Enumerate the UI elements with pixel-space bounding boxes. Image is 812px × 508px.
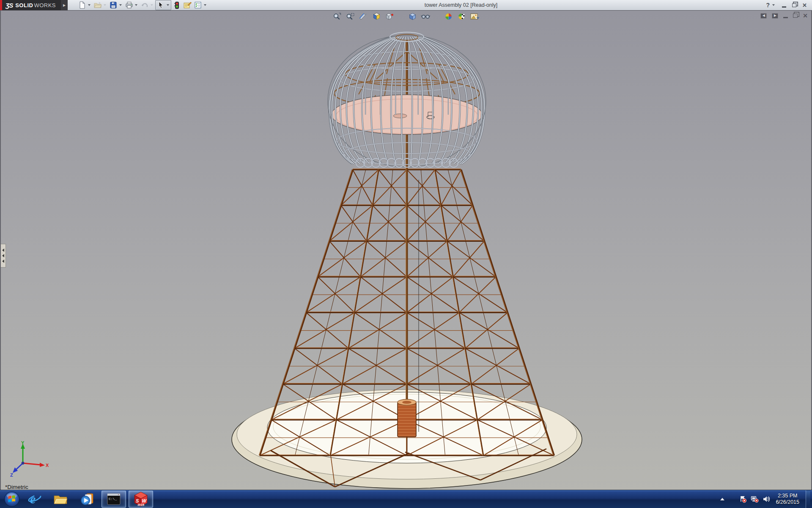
- logo-solid: SOLID: [15, 2, 33, 8]
- file-properties-button[interactable]: [182, 0, 192, 10]
- edit-appearance-button[interactable]: [444, 11, 454, 22]
- close-button[interactable]: ✕: [802, 2, 807, 8]
- menu-expand-arrow[interactable]: ▶: [61, 0, 68, 10]
- logo-works: WORKS: [34, 2, 56, 8]
- save-button[interactable]: [108, 0, 123, 10]
- file-properties-icon: [183, 1, 192, 9]
- show-hidden-icons-button[interactable]: [720, 498, 724, 500]
- new-document-button[interactable]: [77, 0, 92, 10]
- select-button[interactable]: [155, 0, 171, 10]
- save-dropdown-caret[interactable]: [119, 4, 122, 6]
- zoom-to-area-button[interactable]: [346, 11, 356, 22]
- taskbar: e C:\_: [0, 490, 812, 508]
- network-error-icon[interactable]: [751, 495, 759, 503]
- save-icon: [109, 1, 118, 9]
- taskbar-media-player[interactable]: [75, 491, 99, 507]
- triad-x-label: X: [46, 463, 49, 468]
- desktop: ƷS SOLID WORKS ▶: [0, 0, 812, 508]
- solidworks-2015-icon: S W 2015: [133, 491, 148, 507]
- volume-icon[interactable]: [763, 495, 770, 503]
- select-dropdown-caret[interactable]: [167, 4, 169, 6]
- minimize-button[interactable]: [782, 3, 786, 8]
- view-orientation-label: *Dimetric: [5, 484, 28, 490]
- document-window-controls: ◀ ▶ ✕: [760, 12, 808, 19]
- apply-scene-button[interactable]: [457, 11, 467, 22]
- print-dropdown-caret[interactable]: [135, 4, 137, 6]
- headsup-view-toolbar: [332, 11, 480, 22]
- new-document-icon: [77, 1, 87, 9]
- internet-explorer-icon: e: [27, 492, 42, 506]
- taskbar-command-prompt[interactable]: C:\_: [102, 491, 126, 508]
- command-prompt-icon: C:\_: [107, 493, 121, 505]
- triad-z-label: Z: [10, 472, 13, 477]
- restore-button[interactable]: [792, 3, 796, 7]
- options-icon: [193, 1, 203, 9]
- tray-date: 6/26/2015: [776, 499, 799, 505]
- view-orientation-button[interactable]: [372, 11, 382, 22]
- options-dropdown-caret[interactable]: [204, 4, 206, 6]
- logo-3s-glyph: ƷS: [5, 2, 13, 9]
- doc-restore-button[interactable]: [793, 14, 798, 18]
- taskbar-windows-explorer[interactable]: [49, 491, 73, 507]
- undo-button[interactable]: [140, 0, 155, 10]
- open-dropdown-caret[interactable]: [104, 4, 106, 6]
- undo-icon: [140, 1, 149, 9]
- start-button[interactable]: [3, 491, 20, 508]
- sw-letter-s: S: [136, 498, 139, 503]
- help-dropdown-caret[interactable]: [772, 4, 775, 6]
- open-icon: [93, 1, 102, 9]
- featuremanager-splitter-tab[interactable]: [1, 244, 6, 268]
- taskbar-internet-explorer[interactable]: e: [23, 491, 47, 507]
- shaded-with-edges-button[interactable]: [408, 11, 418, 22]
- sw-year: 2015: [137, 503, 144, 506]
- sw-letter-w: W: [142, 498, 147, 503]
- svg-text:e: e: [30, 492, 36, 506]
- open-button[interactable]: [93, 0, 108, 10]
- collapse-arrow-icon: [2, 248, 4, 252]
- folder-icon: [53, 493, 69, 505]
- orientation-triad: Y X Z: [9, 440, 50, 477]
- display-style-button[interactable]: [385, 11, 395, 22]
- model-viewport[interactable]: ◀ ▶ ✕ Y X Z *Dimetric: [0, 10, 812, 490]
- undo-dropdown-caret[interactable]: [151, 4, 153, 6]
- new-dropdown-caret[interactable]: [88, 4, 91, 6]
- main-toolbar: [77, 0, 208, 10]
- tray-clock[interactable]: 2:35 PM 6/26/2015: [776, 493, 799, 505]
- tower-assembly-model: [1, 11, 811, 490]
- print-button[interactable]: [124, 0, 139, 10]
- rebuild-traffic-light-icon: [172, 1, 181, 9]
- select-cursor-icon: [156, 1, 165, 9]
- taskbar-solidworks[interactable]: S W 2015: [129, 491, 153, 508]
- rebuild-button[interactable]: [172, 0, 182, 10]
- tray-time: 2:35 PM: [776, 493, 799, 499]
- section-view-button[interactable]: [359, 11, 369, 22]
- system-tray: 2:35 PM 6/26/2015: [720, 490, 812, 508]
- options-button[interactable]: [193, 0, 208, 10]
- solidworks-logo[interactable]: ƷS SOLID WORKS: [2, 0, 61, 10]
- collapse-arrow-icon: [2, 254, 4, 257]
- hide-show-items-button[interactable]: [421, 11, 431, 22]
- window-controls: ? ✕: [766, 2, 812, 8]
- previous-window-icon[interactable]: ◀: [760, 13, 767, 19]
- media-player-icon: [80, 492, 95, 506]
- show-desktop-button[interactable]: [806, 490, 810, 508]
- command-prompt-text: C:\_: [109, 497, 117, 501]
- print-icon: [124, 1, 134, 9]
- zoom-to-fit-button[interactable]: [332, 11, 343, 22]
- titlebar: ƷS SOLID WORKS ▶: [0, 0, 812, 11]
- next-window-icon[interactable]: ▶: [772, 13, 778, 19]
- doc-minimize-button[interactable]: [783, 17, 788, 18]
- help-button[interactable]: ?: [766, 2, 770, 8]
- doc-close-button[interactable]: ✕: [803, 12, 808, 19]
- windows-logo-icon: [4, 491, 20, 507]
- action-center-icon[interactable]: [739, 495, 747, 503]
- view-settings-button[interactable]: [470, 11, 480, 22]
- triad-y-label: Y: [21, 440, 25, 445]
- collapse-arrow-icon: [2, 260, 4, 263]
